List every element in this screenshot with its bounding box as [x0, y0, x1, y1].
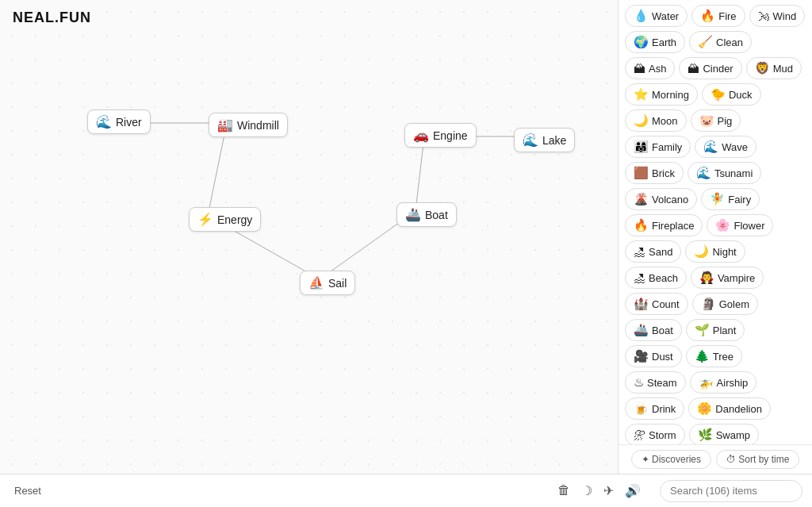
windmill-label: Windmill	[237, 119, 279, 132]
sidebar-item-pig[interactable]: 🐷Pig	[691, 109, 741, 132]
sort-time-btn[interactable]: ⏱ Sort by time	[716, 450, 799, 469]
sidebar-item-beach[interactable]: 🏖Beach	[625, 267, 687, 289]
sidebar-item-steam[interactable]: ♨Steam	[625, 371, 686, 394]
sidebar-item-water[interactable]: 💧Water	[625, 5, 688, 27]
svg-line-3	[416, 136, 424, 211]
sidebar-item-ash[interactable]: 🏔Ash	[625, 57, 675, 79]
engine-label: Engine	[433, 129, 468, 142]
sail-label: Sail	[328, 277, 347, 290]
sidebar-item-wind[interactable]: 🌬Wind	[749, 5, 806, 27]
sidebar-item-cinder[interactable]: 🏔Cinder	[679, 57, 741, 79]
sidebar-items-list: 💧Water🔥Fire🌬Wind🌍Earth🧹Clean🏔Ash🏔Cinder🦁…	[619, 0, 812, 444]
sidebar-item-storm[interactable]: ⛈Storm	[625, 424, 685, 444]
moon-icon[interactable]: ☽	[581, 483, 592, 498]
boat-label: Boat	[425, 209, 448, 221]
sidebar-item-volcano[interactable]: 🌋Volcano	[625, 188, 697, 210]
sidebar-footer: ✦ Discoveries⏱ Sort by time	[619, 444, 812, 474]
bottom-icons: 🗑☽✈🔊	[557, 483, 641, 498]
reset-button[interactable]: Reset	[10, 482, 46, 500]
node-sail[interactable]: ⛵Sail	[300, 271, 355, 295]
sidebar-item-dandelion[interactable]: 🌼Dandelion	[688, 398, 771, 420]
sidebar-item-tree[interactable]: 🌲Tree	[686, 345, 742, 367]
energy-label: Energy	[217, 213, 252, 226]
sidebar-item-earth[interactable]: 🌍Earth	[625, 31, 685, 53]
windmill-emoji: 🏭	[217, 117, 233, 133]
sidebar-item-mud[interactable]: 🦁Mud	[746, 57, 802, 79]
sidebar-item-night[interactable]: 🌙Night	[685, 240, 745, 263]
logo: NEAL.FUN	[13, 10, 91, 26]
sidebar-item-fire[interactable]: 🔥Fire	[691, 5, 745, 27]
node-energy[interactable]: ⚡Energy	[189, 207, 261, 232]
sidebar-item-dust[interactable]: 🎥Dust	[625, 345, 682, 367]
engine-emoji: 🚗	[413, 128, 429, 143]
sidebar-item-fireplace[interactable]: 🔥Fireplace	[625, 214, 703, 236]
energy-emoji: ⚡	[197, 212, 213, 227]
main-area: NEAL.FUN 🌊River🏭Windmill⚡Energy🚗Engine🌊L…	[0, 0, 812, 474]
node-boat[interactable]: 🚢Boat	[396, 202, 457, 227]
sidebar-item-vampire[interactable]: 🧛Vampire	[691, 267, 764, 289]
sidebar-item-flower[interactable]: 🌸Flower	[707, 214, 773, 236]
lake-emoji: 🌊	[523, 133, 538, 148]
sidebar-item-family[interactable]: 👨‍👩‍👧Family	[625, 136, 691, 158]
lake-label: Lake	[542, 134, 566, 147]
connection-lines	[0, 0, 618, 474]
canvas-area[interactable]: NEAL.FUN 🌊River🏭Windmill⚡Energy🚗Engine🌊L…	[0, 0, 618, 474]
sidebar-item-clean[interactable]: 🧹Clean	[689, 31, 752, 53]
sail-emoji: ⛵	[308, 275, 324, 290]
sidebar: 💧Water🔥Fire🌬Wind🌍Earth🧹Clean🏔Ash🏔Cinder🦁…	[618, 0, 812, 474]
node-river[interactable]: 🌊River	[87, 109, 151, 134]
node-lake[interactable]: 🌊Lake	[514, 128, 575, 152]
sidebar-item-golem[interactable]: 🗿Golem	[692, 293, 758, 315]
river-emoji: 🌊	[96, 114, 112, 129]
sidebar-item-plant[interactable]: 🌱Plant	[686, 319, 745, 341]
river-label: River	[116, 116, 142, 129]
plane-icon[interactable]: ✈	[603, 483, 614, 498]
discoveries-btn[interactable]: ✦ Discoveries	[631, 450, 711, 469]
sidebar-item-moon[interactable]: 🌙Moon	[625, 109, 687, 132]
sidebar-item-airship[interactable]: 🚁Airship	[690, 371, 757, 394]
sidebar-item-count[interactable]: 🏰Count	[625, 293, 688, 315]
sidebar-item-boat[interactable]: 🚢Boat	[625, 319, 682, 341]
search-input[interactable]	[660, 480, 802, 502]
bottom-bar: Reset 🗑☽✈🔊	[0, 474, 812, 507]
boat-emoji: 🚢	[405, 207, 421, 222]
sidebar-item-brick[interactable]: 🟫Brick	[625, 162, 684, 184]
node-windmill[interactable]: 🏭Windmill	[209, 113, 288, 137]
sound-icon[interactable]: 🔊	[625, 483, 641, 498]
trash-icon[interactable]: 🗑	[557, 483, 570, 498]
sidebar-item-morning[interactable]: ⭐Morning	[625, 83, 698, 106]
sidebar-item-sand[interactable]: 🏖Sand	[625, 240, 681, 263]
sidebar-item-fairy[interactable]: 🧚Fairy	[701, 188, 760, 210]
node-engine[interactable]: 🚗Engine	[404, 123, 477, 148]
sidebar-item-wave[interactable]: 🌊Wave	[695, 136, 756, 158]
sidebar-item-swamp[interactable]: 🌿Swamp	[689, 424, 759, 444]
sidebar-item-duck[interactable]: 🐤Duck	[702, 83, 761, 106]
sidebar-item-drink[interactable]: 🍺Drink	[625, 398, 684, 420]
app: NEAL.FUN 🌊River🏭Windmill⚡Energy🚗Engine🌊L…	[0, 0, 812, 507]
sidebar-item-tsunami[interactable]: 🌊Tsunami	[688, 162, 761, 184]
